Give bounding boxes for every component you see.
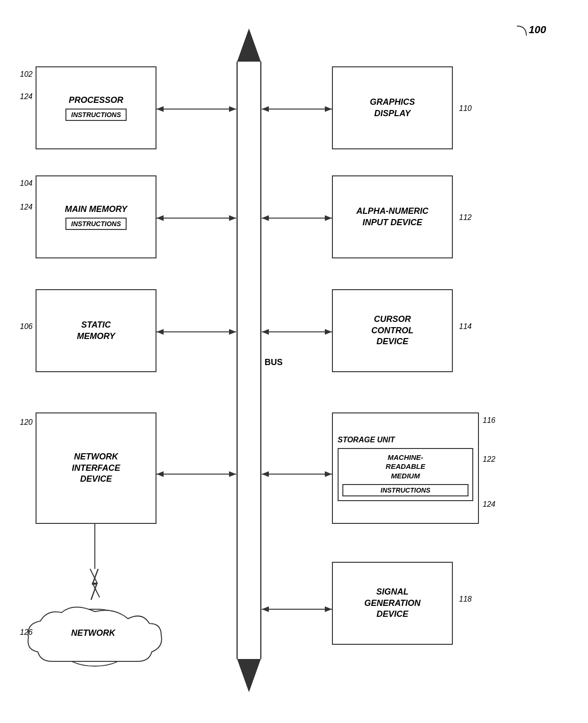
static-memory-box: STATICMEMORY	[36, 289, 156, 372]
ref-122: 122	[483, 455, 496, 464]
alpha-numeric-label: ALPHA-NUMERICINPUT DEVICE	[357, 206, 429, 228]
graphics-display-label: GRAPHICSDISPLAY	[370, 97, 415, 119]
signal-generation-label: SIGNALGENERATIONDEVICE	[364, 586, 421, 620]
graphics-display-box: GRAPHICSDISPLAY	[332, 66, 453, 149]
svg-marker-19	[229, 215, 236, 221]
static-memory-label: STATICMEMORY	[77, 320, 115, 342]
svg-marker-12	[156, 106, 164, 112]
main-memory-box: MAIN MEMORY INSTRUCTIONS	[36, 175, 156, 258]
cursor-control-box: CURSORCONTROLDEVICE	[332, 289, 453, 372]
network-interface-label: NETWORKINTERFACEDEVICE	[72, 451, 120, 485]
svg-marker-15	[262, 106, 269, 112]
main-memory-inner-box: INSTRUCTIONS	[65, 218, 127, 230]
ref-126: 126	[20, 628, 33, 637]
storage-unit-label: STORAGE UNIT	[338, 435, 395, 445]
ref-120: 120	[20, 418, 33, 427]
svg-marker-30	[156, 471, 164, 477]
svg-text:BUS: BUS	[265, 357, 283, 367]
network-interface-box: NETWORKINTERFACEDEVICE	[36, 412, 156, 524]
ref-118: 118	[459, 595, 472, 604]
svg-marker-18	[156, 215, 164, 221]
ref-116: 116	[483, 416, 496, 425]
svg-marker-28	[325, 329, 332, 335]
ref-124-mem: 124	[20, 203, 33, 211]
svg-marker-34	[325, 471, 332, 477]
ref-112: 112	[459, 213, 472, 222]
svg-marker-33	[262, 471, 269, 477]
svg-marker-22	[325, 215, 332, 221]
ref-114: 114	[459, 322, 472, 331]
svg-marker-25	[229, 329, 236, 335]
svg-marker-37	[325, 606, 332, 612]
ref-102: 102	[20, 70, 33, 79]
svg-marker-27	[262, 329, 269, 335]
svg-marker-21	[262, 215, 269, 221]
processor-inner-label: INSTRUCTIONS	[71, 111, 121, 119]
ref-106: 106	[20, 322, 33, 331]
ref-104: 104	[20, 179, 33, 188]
processor-inner-box: INSTRUCTIONS	[65, 109, 127, 121]
storage-inner-inner-box: INSTRUCTIONS	[342, 484, 469, 496]
processor-label: PROCESSOR	[69, 95, 123, 106]
network-label: NETWORK	[71, 628, 115, 638]
storage-inner-label: MACHINE-READABLEMEDIUM	[386, 453, 425, 480]
diagram-container: 100 BUS	[0, 0, 588, 723]
ref-110: 110	[459, 104, 472, 113]
svg-marker-16	[325, 106, 332, 112]
cursor-control-label: CURSORCONTROLDEVICE	[371, 314, 413, 347]
svg-marker-13	[229, 106, 236, 112]
svg-text:100: 100	[529, 24, 546, 36]
svg-marker-36	[262, 606, 269, 612]
svg-marker-24	[156, 329, 164, 335]
svg-rect-1	[237, 28, 261, 683]
main-memory-inner-label: INSTRUCTIONS	[71, 220, 121, 228]
main-memory-label: MAIN MEMORY	[65, 204, 128, 215]
alpha-numeric-box: ALPHA-NUMERICINPUT DEVICE	[332, 175, 453, 258]
ref-124-proc: 124	[20, 92, 33, 101]
storage-inner-inner-label: INSTRUCTIONS	[381, 486, 431, 494]
storage-unit-box: STORAGE UNIT MACHINE-READABLEMEDIUM INST…	[332, 412, 479, 524]
ref-124-storage: 124	[483, 500, 496, 509]
signal-generation-box: SIGNALGENERATIONDEVICE	[332, 562, 453, 645]
processor-box: PROCESSOR INSTRUCTIONS	[36, 66, 156, 149]
svg-marker-31	[229, 471, 236, 477]
